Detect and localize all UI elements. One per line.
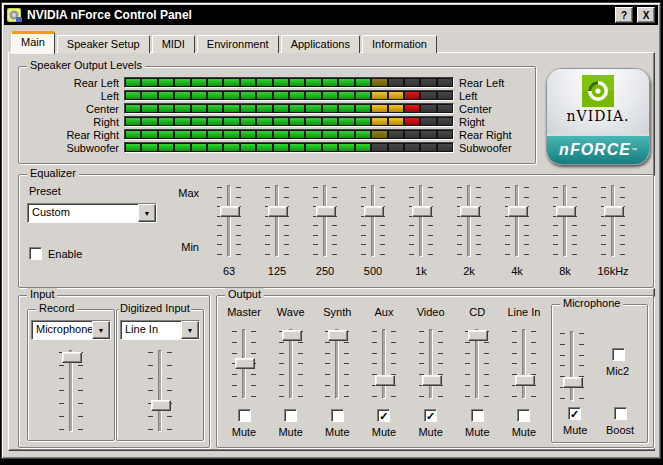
line-in-track[interactable] xyxy=(522,329,526,399)
eq-16kHz-slider-thumb[interactable] xyxy=(604,206,624,217)
eq-250-slider[interactable] xyxy=(313,185,337,257)
wave-mute-checkbox[interactable] xyxy=(284,409,297,422)
eq-500-slider[interactable] xyxy=(361,185,385,257)
record-dropdown-arrow-icon[interactable]: ▼ xyxy=(92,321,110,339)
record-slider-thumb[interactable] xyxy=(62,352,82,363)
eq-8k-slider[interactable] xyxy=(553,185,577,257)
microphone-slider[interactable] xyxy=(560,331,584,401)
eq-16kHz-slider[interactable] xyxy=(601,185,625,257)
tab-midi[interactable]: MIDI xyxy=(152,35,195,53)
video-slider[interactable] xyxy=(419,329,443,399)
eq-8k-track[interactable] xyxy=(563,185,567,257)
tick-mark xyxy=(284,254,289,255)
cd-slider-thumb[interactable] xyxy=(468,330,488,341)
aux-mute-checkbox[interactable]: ✓ xyxy=(377,409,390,422)
microphone-track[interactable] xyxy=(570,331,574,401)
eq-2k-slider[interactable] xyxy=(457,185,481,257)
eq-2k-slider-thumb[interactable] xyxy=(460,206,480,217)
eq-125-slider[interactable] xyxy=(265,185,289,257)
mic2-checkbox[interactable] xyxy=(612,348,625,361)
boost-checkbox[interactable] xyxy=(614,407,627,420)
wave-slider[interactable] xyxy=(279,329,303,399)
eq-63-slider-thumb[interactable] xyxy=(220,206,240,217)
video-track[interactable] xyxy=(429,329,433,399)
tick-mark xyxy=(476,235,481,236)
wave-slider-thumb[interactable] xyxy=(282,330,302,341)
eq-4k-slider-thumb[interactable] xyxy=(508,206,528,217)
eq-250-track[interactable] xyxy=(323,185,327,257)
microphone-slider-thumb[interactable] xyxy=(563,377,583,388)
video-mute-checkbox[interactable]: ✓ xyxy=(424,409,437,422)
digitized-dropdown-arrow-icon[interactable]: ▼ xyxy=(181,321,199,339)
wave-track[interactable] xyxy=(289,329,293,399)
digitized-input-slider-thumb[interactable] xyxy=(151,400,171,411)
tick-mark xyxy=(476,187,481,188)
meter-segment-off xyxy=(389,79,403,86)
meter-segment-green xyxy=(323,144,337,151)
synth-slider-thumb[interactable] xyxy=(328,330,348,341)
aux-slider[interactable] xyxy=(372,329,396,399)
eq-63-slider[interactable] xyxy=(217,185,241,257)
tab-main[interactable]: Main xyxy=(11,31,55,54)
master-mute-checkbox[interactable] xyxy=(238,409,251,422)
cd-track[interactable] xyxy=(475,329,479,399)
preset-dropdown-arrow-icon[interactable]: ▼ xyxy=(138,204,156,222)
line-in-slider-thumb[interactable] xyxy=(515,375,535,386)
master-slider[interactable] xyxy=(232,329,256,399)
line-in-mute-checkbox[interactable] xyxy=(517,409,530,422)
eq-125-slider-thumb[interactable] xyxy=(268,206,288,217)
tick-mark xyxy=(572,244,577,245)
cd-mute-checkbox[interactable] xyxy=(471,409,484,422)
eq-500-slider-thumb[interactable] xyxy=(364,206,384,217)
tick-mark xyxy=(372,342,377,343)
master-slider-thumb[interactable] xyxy=(235,358,255,369)
titlebar[interactable]: NVIDIA nForce Control Panel ? X xyxy=(4,5,658,25)
help-button[interactable]: ? xyxy=(615,7,633,23)
eq-250-ticks-left xyxy=(313,185,318,257)
eq-63-track[interactable] xyxy=(227,185,231,257)
tab-environment[interactable]: Environment xyxy=(197,35,279,53)
digitized-input-combobox[interactable]: Line In ▼ xyxy=(120,320,200,340)
vu-meter xyxy=(124,142,454,153)
meter-segment-amber xyxy=(389,118,403,125)
synth-slider[interactable] xyxy=(325,329,349,399)
tab-speaker-setup[interactable]: Speaker Setup xyxy=(57,35,150,53)
aux-track[interactable] xyxy=(382,329,386,399)
digitized-input-slider[interactable] xyxy=(148,350,172,432)
eq-8k-slider-thumb[interactable] xyxy=(556,206,576,217)
aux-slider-thumb[interactable] xyxy=(375,375,395,386)
line-in-slider[interactable] xyxy=(512,329,536,399)
tick-mark xyxy=(419,342,424,343)
eq-2k-track[interactable] xyxy=(467,185,471,257)
meter-row-rear-left: Rear LeftRear Left xyxy=(23,77,531,88)
tab-information[interactable]: Information xyxy=(362,35,437,53)
eq-16kHz-track[interactable] xyxy=(611,185,615,257)
tab-applications[interactable]: Applications xyxy=(281,35,360,53)
eq-4k-track[interactable] xyxy=(515,185,519,257)
synth-mute-checkbox[interactable] xyxy=(331,409,344,422)
eq-1k-track[interactable] xyxy=(419,185,423,257)
record-slider[interactable] xyxy=(59,350,83,432)
synth-track[interactable] xyxy=(335,329,339,399)
eq-4k-slider[interactable] xyxy=(505,185,529,257)
master-track[interactable] xyxy=(242,329,246,399)
tick-mark xyxy=(232,331,237,332)
microphone-group: Microphone Mic2 ✓ Mute Boost xyxy=(551,304,648,443)
video-slider-thumb[interactable] xyxy=(422,375,442,386)
eq-1k-slider-thumb[interactable] xyxy=(412,206,432,217)
record-source-combobox[interactable]: Microphone ▼ xyxy=(31,320,111,340)
preset-combobox[interactable]: Custom ▼ xyxy=(27,203,157,223)
eq-125-track[interactable] xyxy=(275,185,279,257)
meter-segment-green xyxy=(224,79,238,86)
eq-500-track[interactable] xyxy=(371,185,375,257)
eq-band-16kHz: 16kHz xyxy=(591,185,635,277)
close-button[interactable]: X xyxy=(637,7,655,23)
equalizer-enable-checkbox[interactable] xyxy=(29,247,42,260)
eq-250-slider-thumb[interactable] xyxy=(316,206,336,217)
meter-label-right: Left xyxy=(459,90,477,102)
microphone-mute-checkbox[interactable]: ✓ xyxy=(568,407,581,420)
eq-1k-slider[interactable] xyxy=(409,185,433,257)
record-track[interactable] xyxy=(69,350,73,432)
digitized-input-track[interactable] xyxy=(158,350,162,432)
cd-slider[interactable] xyxy=(465,329,489,399)
